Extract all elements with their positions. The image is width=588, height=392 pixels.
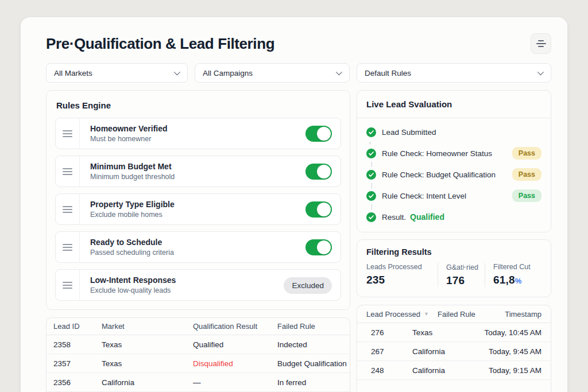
chevron-down-icon [174, 69, 180, 75]
eval-step-homeowner-status: Rule Check: Homeowner Status Pass [366, 148, 541, 159]
page-title: Pre·Qualification & Lead Filtering [46, 33, 274, 54]
step-connector: | [366, 201, 541, 211]
drag-handle[interactable] [56, 156, 80, 187]
rule-description: Must be homewner [90, 135, 305, 143]
drag-handle-icon [63, 282, 72, 289]
processed-table-header: Lead Processed ▼ Failed Rule Timestamp [357, 305, 551, 323]
rule-name: Homeowner Verified [90, 124, 305, 133]
rules-select[interactable]: Default Rules [357, 63, 551, 83]
check-circle-icon [366, 149, 376, 158]
step-connector: ‹ [366, 138, 541, 148]
check-circle-icon [366, 212, 376, 222]
rule-toggle[interactable] [305, 201, 332, 218]
rule-row-ready-to-schedule: Ready to Schedule Passed scheduling crit… [55, 231, 341, 263]
live-evaluation-panel: Live Lead Svaluation Lead Submitted ‹ Ru… [357, 90, 551, 232]
chevron-down-icon [537, 69, 544, 75]
pass-badge: Pass [512, 189, 541, 202]
rule-name: Low-Intent Responses [90, 275, 284, 285]
disqualified-result: Disqualified [193, 359, 277, 368]
live-evaluation-title: Live Lead Svaluation [366, 99, 541, 109]
pass-badge: Pass [512, 168, 541, 181]
filtering-results-panel: Filtering Results Leads Processed 235 G&… [357, 239, 551, 297]
filtering-results-title: Filtering Results [366, 247, 541, 257]
filter-bar: All Markets All Campaigns Default Rules [46, 63, 551, 83]
main-card: Pre·Qualification & Lead Filtering All M… [21, 17, 567, 392]
rule-toggle[interactable] [305, 239, 332, 255]
column-header-lead-id[interactable]: Lead ID [47, 322, 102, 331]
rule-row-property-type: Property Type Eligible Exclude mobile ho… [55, 193, 341, 225]
campaigns-select[interactable]: All Campaigns [195, 63, 350, 83]
column-header-market[interactable]: Market [102, 322, 193, 331]
rule-row-minimum-budget: Minimum Budget Met Minimum budget thresh… [55, 156, 341, 187]
rule-toggle[interactable] [305, 164, 332, 180]
step-connector: | [366, 180, 541, 190]
result-qualified-value: Qualified [410, 212, 444, 222]
check-circle-icon [366, 127, 376, 137]
rule-description: Exclude mobile homes [90, 211, 305, 219]
rule-description: Passed scheduling criteria [90, 249, 305, 257]
filter-lines-icon [538, 40, 544, 41]
column-header-qualification-result[interactable]: Qualification Result [193, 322, 277, 331]
processed-leads-table: Lead Processed ▼ Failed Rule Timestamp 2… [357, 305, 551, 392]
table-row[interactable]: 2357 Texas Disqualified Budget Qualifica… [47, 354, 350, 373]
stat-qualified: G&at⊦ried 176 [438, 263, 485, 287]
drag-handle[interactable] [56, 232, 80, 262]
chevron-down-icon [336, 69, 342, 75]
table-row[interactable]: 276 Texas Today, 10:45 AM [357, 323, 551, 342]
percent-suffix: % [515, 277, 522, 285]
rule-name: Property Type Eligible [90, 200, 305, 209]
eval-step-budget-qualification: Rule Check: Budget Qualification Pass [366, 169, 541, 180]
drag-handle-icon [63, 244, 72, 251]
table-row[interactable]: 248 California Today, 9:15 AM [357, 361, 551, 380]
markets-select[interactable]: All Markets [46, 63, 188, 83]
stat-filtered-cut: Filtered Cut 61,8% [485, 263, 541, 287]
excluded-badge: Excluded [284, 277, 332, 294]
check-circle-icon [366, 170, 376, 180]
stat-leads-processed: Leads Processed 235 [366, 263, 438, 287]
triangle-down-icon: ▼ [424, 311, 429, 317]
rule-name: Minimum Budget Met [90, 162, 305, 171]
step-connector: | [366, 159, 541, 169]
column-header-lead-processed[interactable]: Lead Processed ▼ [357, 310, 438, 319]
eval-step-result: Result. Qualified [366, 211, 541, 223]
column-header-failed-rule[interactable]: Failed Rule [277, 322, 350, 331]
rule-row-homeowner-verified: Homeowner Verified Must be homewner [55, 118, 341, 149]
leads-table: Lead ID Market Qualification Result Fail… [46, 317, 350, 392]
eval-step-intent-level: Rule Check: Intent Level Pass [366, 190, 541, 201]
rules-engine-title: Rules Engine [56, 100, 341, 110]
drag-handle-icon [63, 206, 72, 213]
page-header: Pre·Qualification & Lead Filtering [46, 33, 551, 54]
column-header-failed-rule[interactable]: Failed Rule [438, 310, 505, 319]
rule-description: Minimum budget threshold [90, 173, 305, 181]
leads-table-header: Lead ID Market Qualification Result Fail… [47, 318, 350, 335]
table-row[interactable]: 267 California Today, 9:45 AM [357, 342, 551, 361]
column-header-timestamp[interactable]: Timestamp [505, 310, 551, 319]
pass-badge: Pass [512, 147, 541, 160]
table-row[interactable]: 2358 Texas Qualified Indected [47, 335, 350, 354]
table-row[interactable]: 2356 California — In ferred [47, 373, 350, 392]
drag-handle[interactable] [56, 194, 80, 224]
filter-settings-button[interactable] [531, 33, 551, 54]
drag-handle-icon [63, 168, 72, 175]
drag-handle[interactable] [56, 270, 80, 300]
rule-toggle[interactable] [305, 126, 332, 142]
rule-name: Ready to Schedule [90, 238, 305, 247]
rule-description: Exclude low-quality leads [90, 286, 284, 294]
drag-handle[interactable] [56, 118, 80, 149]
check-circle-icon [366, 191, 376, 201]
rules-engine-panel: Rules Engine Homeowner Verified Must be … [46, 90, 350, 310]
drag-handle-icon [63, 130, 72, 137]
eval-step-lead-submitted: Lead Submitted [366, 126, 541, 138]
rule-row-low-intent: Low-Intent Responses Exclude low-quality… [55, 269, 341, 301]
